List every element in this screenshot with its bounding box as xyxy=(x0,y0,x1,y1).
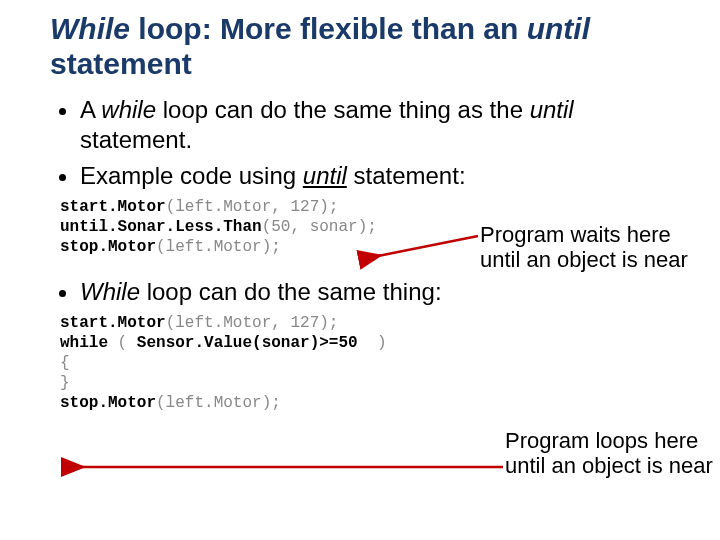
bullet-1: A while loop can do the same thing as th… xyxy=(80,95,680,155)
annotation-2: Program loops here until an object is ne… xyxy=(505,428,720,479)
bullet-1-until: until xyxy=(530,96,574,123)
bullet-list: A while loop can do the same thing as th… xyxy=(50,95,680,191)
code1-l3-fn: stop.Motor xyxy=(60,238,156,256)
slide-title: While loop: More flexible than an until … xyxy=(50,12,680,81)
title-tail: statement xyxy=(50,47,192,80)
code2-l5-fn: stop.Motor xyxy=(60,394,156,412)
code-block-2: start.Motor(left.Motor, 127); while ( Se… xyxy=(60,313,680,413)
slide: While loop: More flexible than an until … xyxy=(0,0,720,413)
bullet-1-while: while xyxy=(101,96,156,123)
arrow-2-icon xyxy=(75,462,505,472)
title-mid: loop: More flexible than an xyxy=(130,12,527,45)
code2-l2-kw: while xyxy=(60,334,108,352)
bullet-3-text: loop can do the same thing: xyxy=(140,278,442,305)
bullet-1-text-b: loop can do the same thing as the xyxy=(156,96,530,123)
bullet-2-until: until xyxy=(303,162,347,189)
bullet-2: Example code using until statement: xyxy=(80,161,680,191)
code2-l5-args: (left.Motor); xyxy=(156,394,281,412)
svg-line-1 xyxy=(378,236,478,256)
code2-l1-args: (left.Motor, 127); xyxy=(166,314,339,332)
code2-l4: } xyxy=(60,374,70,392)
code2-l2-expr: Sensor.Value(sonar)>=50 xyxy=(137,334,358,352)
bullet-3-while: While xyxy=(80,278,140,305)
bullet-1-text-a: A xyxy=(80,96,101,123)
bullet-2-text-b: statement: xyxy=(347,162,466,189)
code2-l2-open: ( xyxy=(108,334,137,352)
bullet-2-text-a: Example code using xyxy=(80,162,303,189)
bullet-1-text-c: statement. xyxy=(80,126,192,153)
bullet-3: While loop can do the same thing: xyxy=(80,277,680,307)
code2-l1-fn: start.Motor xyxy=(60,314,166,332)
code1-l1-fn: start.Motor xyxy=(60,198,166,216)
arrow-1-icon xyxy=(370,232,480,262)
code2-l3: { xyxy=(60,354,70,372)
annotation-1: Program waits here until an object is ne… xyxy=(480,222,695,273)
code1-l2-fn: until.Sonar.Less.Than xyxy=(60,218,262,236)
bullet-list-2: While loop can do the same thing: xyxy=(50,277,680,307)
title-while: While xyxy=(50,12,130,45)
code1-l3-args: (left.Motor); xyxy=(156,238,281,256)
title-until: until xyxy=(527,12,590,45)
code1-l1-args: (left.Motor, 127); xyxy=(166,198,339,216)
code1-l2-args: (50, sonar); xyxy=(262,218,377,236)
code2-l2-close: ) xyxy=(358,334,387,352)
